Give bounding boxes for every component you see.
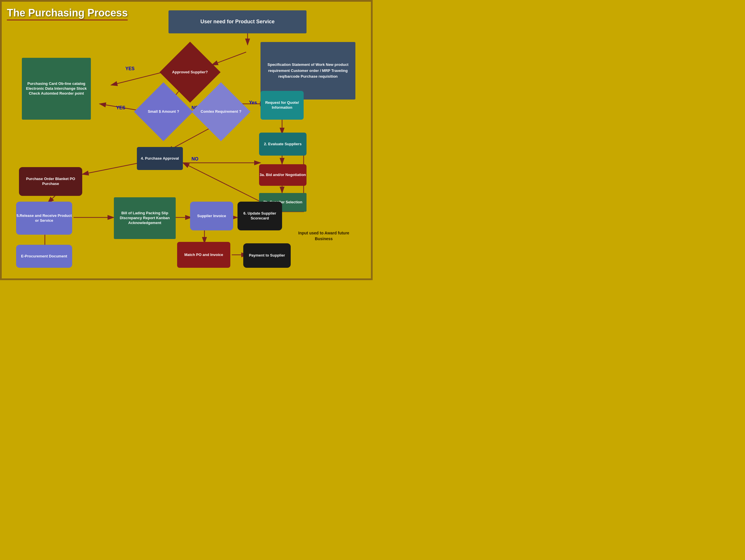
evaluate-suppliers-node: 2. Evaluate Suppliers xyxy=(259,133,306,156)
bid-negotiation-node: 3a. Bid and/or Negotiation xyxy=(259,164,306,186)
approved-supplier-node: Approved Supplier? xyxy=(168,51,212,94)
rfq-node: Request for Quote/ Information xyxy=(260,91,304,120)
po-blanket-node: Purchase Order Blanket PO Purchase xyxy=(19,167,82,196)
page-title: The Purchasing Process xyxy=(7,7,128,19)
svg-line-13 xyxy=(82,163,140,174)
svg-line-2 xyxy=(212,52,246,65)
label-yes3: Yes xyxy=(249,99,257,106)
small-amount-node: Small $ Amount ? xyxy=(142,91,184,133)
svg-line-11 xyxy=(183,163,263,203)
label-no2: NO xyxy=(192,156,198,162)
svg-line-3 xyxy=(111,71,168,85)
update-scorecard-node: 6. Update Supplier Scorecard xyxy=(237,201,282,230)
purchase-approval-node: 4. Purchase Approval xyxy=(137,147,183,170)
label-yes1: YES xyxy=(125,66,135,72)
payment-supplier-node: Payment to Supplier xyxy=(243,243,291,268)
complex-req-node: Comlex Requirement ? xyxy=(200,91,242,133)
title-underline xyxy=(7,20,128,21)
input-note: Input used to Award future Business xyxy=(292,230,355,242)
user-need-node: User need for Product Service xyxy=(168,10,306,33)
supplier-invoice-node: Supplier Invoice xyxy=(190,201,233,230)
match-po-node: Match PO and Invoice xyxy=(177,242,230,268)
purchasing-card-node: Purchasing Card Ob-line catalog Electron… xyxy=(22,58,91,120)
main-container: The Purchasing Process xyxy=(0,0,372,280)
label-yes2: YES xyxy=(116,105,125,111)
release-receive-node: 5.Release and Receive Product or Service xyxy=(16,201,72,235)
eprocurement-node: E-Procurement Document xyxy=(16,245,72,268)
bill-lading-node: Bill of Lading Packing Slip Discrepancy … xyxy=(114,197,176,239)
